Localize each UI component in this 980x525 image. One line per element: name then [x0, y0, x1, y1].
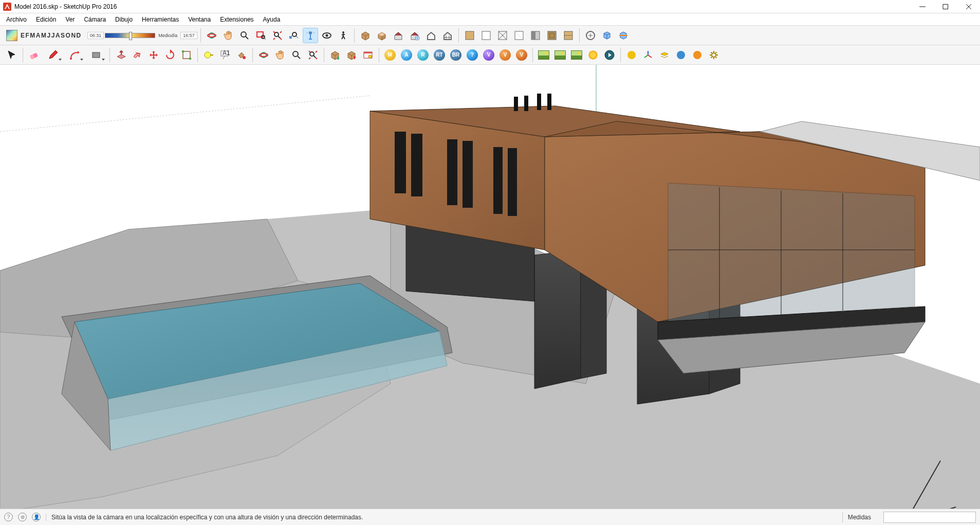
- measure-input[interactable]: [883, 512, 976, 523]
- vray-m-icon[interactable]: M: [382, 47, 398, 63]
- pan-icon[interactable]: [220, 28, 236, 43]
- svg-rect-32: [547, 94, 551, 110]
- shadow-time-start[interactable]: 06:31: [87, 32, 104, 39]
- minimize-button[interactable]: [911, 0, 934, 13]
- component-icon[interactable]: [391, 28, 406, 43]
- vray-a-icon[interactable]: A: [399, 47, 414, 63]
- info-icon[interactable]: ?: [4, 513, 13, 521]
- vray-v3-icon[interactable]: V: [514, 47, 529, 63]
- style-hidden-icon[interactable]: [511, 28, 527, 43]
- toolbars: EFMAMJJASOND06:31Mediodía16:57 MARRTBR?V…: [0, 26, 980, 65]
- camera-tools: [202, 28, 353, 43]
- extension-warehouse-icon[interactable]: [374, 28, 390, 43]
- dot-yellow-icon[interactable]: [624, 47, 639, 63]
- layer-icon[interactable]: [657, 47, 672, 63]
- position-camera-icon[interactable]: [303, 28, 318, 43]
- zoom-extents2-icon[interactable]: [305, 47, 321, 63]
- zoom-window-icon[interactable]: [253, 28, 269, 43]
- viewport[interactable]: [0, 65, 980, 524]
- component-attributes-icon[interactable]: [423, 28, 439, 43]
- style-backedge-icon[interactable]: [561, 28, 576, 43]
- geo-icon[interactable]: ⊕: [18, 513, 27, 521]
- menu-herramientas[interactable]: Herramientas: [138, 14, 183, 25]
- zoom-icon[interactable]: [237, 28, 252, 43]
- text-icon[interactable]: [217, 47, 233, 63]
- scene-img2-icon[interactable]: [552, 47, 568, 63]
- section-plane-icon[interactable]: [583, 28, 598, 43]
- app-icon: [3, 3, 11, 11]
- move-icon[interactable]: [146, 47, 161, 63]
- rotate-icon[interactable]: [162, 47, 178, 63]
- orbit2-icon[interactable]: [256, 47, 271, 63]
- shadow-time-end[interactable]: 16:57: [180, 32, 197, 39]
- look-around-icon[interactable]: [319, 28, 335, 43]
- walk-icon[interactable]: [336, 28, 351, 43]
- menu-archivo[interactable]: Archivo: [2, 14, 31, 25]
- user-icon[interactable]: 👤: [32, 513, 41, 521]
- dot-orange-icon[interactable]: [690, 47, 705, 63]
- principal-tools: [2, 47, 22, 63]
- share-model-icon[interactable]: [344, 47, 359, 63]
- toolbar-row-1: EFMAMJJASOND06:31Mediodía16:57: [0, 26, 980, 45]
- dot-blue-icon[interactable]: [673, 47, 689, 63]
- paint-icon[interactable]: [234, 47, 249, 63]
- style-xray-icon[interactable]: [544, 28, 560, 43]
- followme-icon[interactable]: [130, 47, 145, 63]
- render-tools: [534, 47, 619, 63]
- vray-badges: MARRTBR?VVV: [380, 47, 531, 63]
- eraser-icon[interactable]: [26, 47, 42, 63]
- vray-help-icon[interactable]: ?: [465, 47, 480, 63]
- close-button[interactable]: [957, 0, 980, 13]
- shadow-settings-icon[interactable]: [4, 28, 20, 43]
- ext-warehouse2-icon[interactable]: [360, 47, 376, 63]
- arc-icon[interactable]: [64, 47, 85, 63]
- sun-icon[interactable]: [585, 47, 601, 63]
- svg-rect-25: [447, 139, 457, 205]
- scene-img3-icon[interactable]: [569, 47, 584, 63]
- 3d-warehouse-icon[interactable]: [358, 28, 373, 43]
- svg-rect-27: [493, 147, 503, 214]
- tape-icon[interactable]: [201, 47, 216, 63]
- menu-dibujo[interactable]: Dibujo: [111, 14, 137, 25]
- pushpull-icon[interactable]: [113, 47, 128, 63]
- orbit-icon[interactable]: [204, 28, 219, 43]
- gear-icon[interactable]: [706, 47, 722, 63]
- scene-img1-icon[interactable]: [536, 47, 551, 63]
- shadow-time-slider[interactable]: [105, 33, 155, 38]
- play-icon[interactable]: [602, 47, 617, 63]
- section-cut-icon[interactable]: [616, 28, 631, 43]
- get-models-icon[interactable]: [327, 47, 343, 63]
- menu-edición[interactable]: Edición: [32, 14, 60, 25]
- menu-ventana[interactable]: Ventana: [184, 14, 215, 25]
- shadow-months[interactable]: EFMAMJJASOND: [21, 32, 81, 39]
- pan2-icon[interactable]: [272, 47, 288, 63]
- maximize-button[interactable]: [934, 0, 957, 13]
- menu-ayuda[interactable]: Ayuda: [259, 14, 285, 25]
- scale-icon[interactable]: [179, 47, 194, 63]
- component-browser-icon[interactable]: [440, 28, 455, 43]
- vray-v1-icon[interactable]: V: [481, 47, 496, 63]
- style-wireframe-icon[interactable]: [495, 28, 510, 43]
- rectangle-icon[interactable]: [86, 47, 106, 63]
- toolbar-row-2: MARRTBR?VVV: [0, 45, 980, 65]
- component-options-icon[interactable]: [407, 28, 422, 43]
- menu-ver[interactable]: Ver: [61, 14, 79, 25]
- previous-view-icon[interactable]: [286, 28, 302, 43]
- vray-rt-icon[interactable]: RT: [432, 47, 447, 63]
- zoom-extents-icon[interactable]: [270, 28, 285, 43]
- select-icon[interactable]: [4, 47, 20, 63]
- axes-icon[interactable]: [640, 47, 656, 63]
- section-display-icon[interactable]: [599, 28, 615, 43]
- vray-v2-icon[interactable]: V: [497, 47, 513, 63]
- camera-tools-2: [254, 47, 323, 63]
- menu-cámara[interactable]: Cámara: [80, 14, 110, 25]
- styles-tools: [460, 28, 578, 43]
- style-mono-icon[interactable]: [528, 28, 543, 43]
- vray-br-icon[interactable]: BR: [448, 47, 464, 63]
- line-icon[interactable]: [43, 47, 63, 63]
- style-shaded-icon[interactable]: [462, 28, 477, 43]
- menu-extensiones[interactable]: Extensiones: [216, 14, 257, 25]
- style-shaded-tex-icon[interactable]: [478, 28, 494, 43]
- zoom2-icon[interactable]: [289, 47, 304, 63]
- vray-r-icon[interactable]: R: [415, 47, 431, 63]
